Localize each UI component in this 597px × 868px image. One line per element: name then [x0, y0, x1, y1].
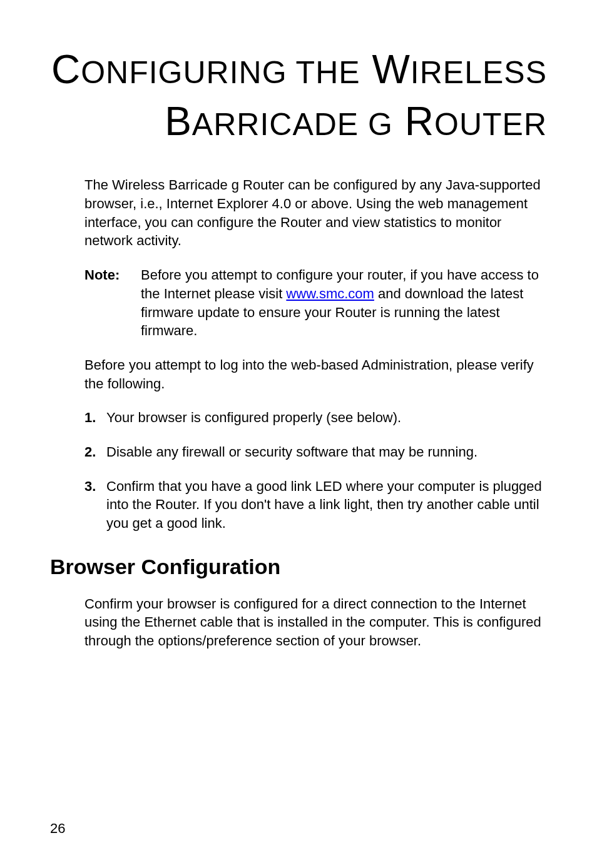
note-label: Note: — [84, 266, 141, 340]
item-text-2: Disable any firewall or security softwar… — [106, 443, 547, 462]
intro-paragraph: The Wireless Barricade g Router can be c… — [84, 176, 547, 250]
title-word-2: THE — [296, 55, 360, 90]
title-cap-4: R — [393, 99, 434, 144]
title-word-6: OUTER — [434, 107, 547, 142]
title-word-1: ONFIGURING — [81, 55, 287, 90]
note-block: Note: Before you attempt to configure yo… — [84, 266, 547, 340]
note-text: Before you attempt to configure your rou… — [141, 266, 547, 340]
title-cap-1: C — [51, 47, 81, 92]
title-word-3: IRELESS — [411, 55, 547, 90]
smc-link[interactable]: www.smc.com — [286, 286, 374, 301]
chapter-title: CONFIGURING THE WIRELESS BARRICADE G ROU… — [50, 44, 547, 148]
title-word-4: ARRICADE — [192, 107, 359, 142]
list-item-2: 2. Disable any firewall or security soft… — [84, 443, 547, 462]
item-number-2: 2. — [84, 443, 106, 462]
item-number-3: 3. — [84, 477, 106, 533]
title-space-2 — [359, 107, 368, 142]
section-heading-browser-config: Browser Configuration — [50, 555, 547, 579]
page-number: 26 — [50, 820, 65, 837]
title-space-1 — [287, 55, 296, 90]
list-item-1: 1. Your browser is configured properly (… — [84, 408, 547, 427]
browser-config-paragraph: Confirm your browser is configured for a… — [84, 595, 547, 650]
item-number-1: 1. — [84, 408, 106, 427]
verify-paragraph: Before you attempt to log into the web-b… — [84, 356, 547, 393]
item-text-3: Confirm that you have a good link LED wh… — [106, 477, 547, 533]
item-text-1: Your browser is configured properly (see… — [106, 408, 547, 427]
title-cap-2: W — [360, 47, 411, 92]
title-cap-3: B — [165, 99, 192, 144]
title-word-5: G — [368, 107, 393, 142]
list-item-3: 3. Confirm that you have a good link LED… — [84, 477, 547, 533]
